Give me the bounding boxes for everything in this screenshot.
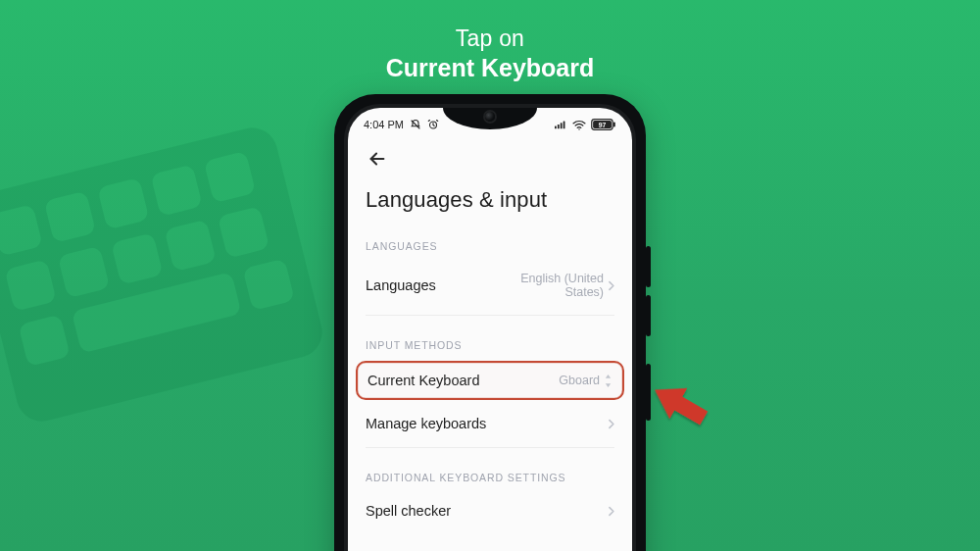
svg-rect-2 xyxy=(558,125,560,128)
manage-keyboards-row[interactable]: Manage keyboards xyxy=(348,402,632,443)
current-keyboard-row[interactable]: Current Keyboard Gboard xyxy=(358,363,622,398)
instruction-caption: Tap on Current Keyboard xyxy=(0,25,980,82)
page-title: Languages & input xyxy=(348,174,632,225)
battery-percent-text: 97 xyxy=(599,122,607,128)
callout-arrow-icon xyxy=(643,375,713,441)
back-button[interactable] xyxy=(366,147,389,171)
chevron-right-icon xyxy=(608,506,614,517)
current-keyboard-row-value: Gboard xyxy=(559,374,612,387)
languages-row[interactable]: Languages English (United States) xyxy=(348,260,632,311)
phone-screen: 4:04 PM xyxy=(348,108,632,551)
chevron-right-icon xyxy=(608,419,614,429)
status-time: 4:04 PM xyxy=(364,119,404,130)
svg-rect-4 xyxy=(564,121,565,128)
volume-down-button[interactable] xyxy=(646,295,651,336)
dnd-icon xyxy=(410,119,421,130)
keyboard-watermark-icon xyxy=(0,123,327,426)
volume-up-button[interactable] xyxy=(646,246,651,287)
phone-frame: 4:04 PM xyxy=(334,94,646,551)
svg-point-5 xyxy=(578,128,579,129)
current-keyboard-row-label: Current Keyboard xyxy=(368,373,479,388)
spell-checker-row-trailing xyxy=(608,506,614,517)
phone-bezel: 4:04 PM xyxy=(344,104,636,551)
chevron-right-icon xyxy=(608,280,614,291)
tutorial-stage: Tap on Current Keyboard 4:04 PM xyxy=(0,0,980,551)
status-bar-right: 97 xyxy=(555,119,616,130)
svg-rect-7 xyxy=(613,123,615,127)
svg-rect-3 xyxy=(561,123,563,128)
nav-bar xyxy=(348,137,632,174)
manage-keyboards-row-label: Manage keyboards xyxy=(366,416,486,431)
alarm-icon xyxy=(427,119,439,130)
status-bar-left: 4:04 PM xyxy=(364,119,439,130)
languages-row-label: Languages xyxy=(366,277,436,293)
manage-keyboards-row-trailing xyxy=(608,419,614,429)
arrow-left-icon xyxy=(367,148,388,170)
svg-rect-1 xyxy=(555,125,557,128)
highlight-callout: Current Keyboard Gboard xyxy=(356,361,624,400)
spell-checker-row-label: Spell checker xyxy=(366,503,451,519)
sort-icon xyxy=(604,375,612,387)
section-header-additional: ADDITIONAL KEYBOARD SETTINGS xyxy=(348,448,632,491)
instruction-line-2: Current Keyboard xyxy=(0,54,980,82)
wifi-icon xyxy=(572,120,586,130)
battery-icon: 97 xyxy=(591,119,616,130)
section-header-languages: LANGUAGES xyxy=(348,225,632,260)
languages-row-value: English (United States) xyxy=(482,272,614,299)
instruction-line-1: Tap on xyxy=(0,25,980,52)
section-header-input-methods: INPUT METHODS xyxy=(348,316,632,359)
front-camera-icon xyxy=(485,112,495,122)
spell-checker-row[interactable]: Spell checker xyxy=(348,491,632,530)
cellular-signal-icon xyxy=(555,120,567,129)
